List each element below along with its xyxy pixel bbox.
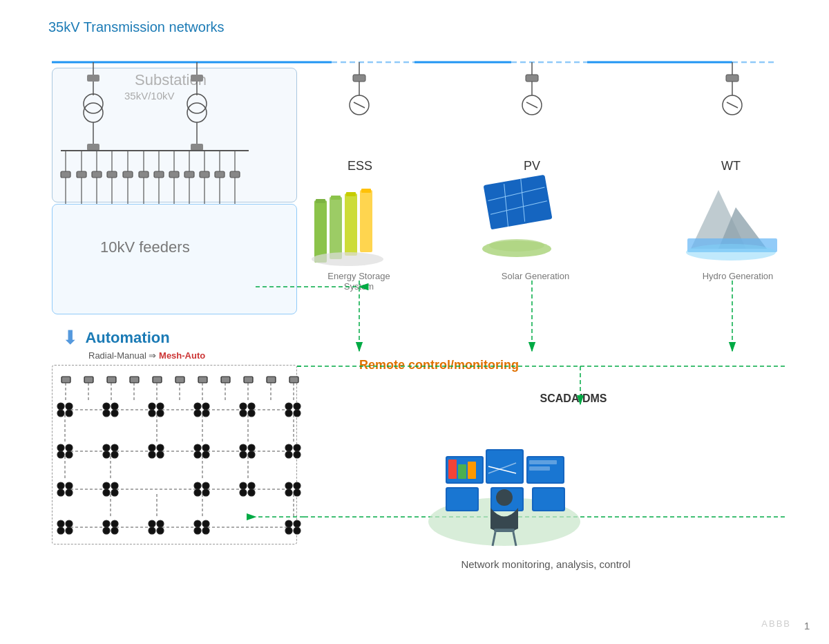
svg-line-97 bbox=[517, 179, 528, 222]
svg-point-70 bbox=[723, 95, 742, 115]
page-title: 35kV Transmission networks bbox=[48, 19, 225, 35]
substation-label: Substation bbox=[135, 71, 207, 89]
svg-line-128 bbox=[493, 532, 495, 546]
svg-line-66 bbox=[526, 102, 537, 108]
feeders-label: 10kV feeders bbox=[100, 238, 190, 256]
scada-label: SCADA/DMS bbox=[504, 392, 642, 405]
svg-rect-93 bbox=[361, 189, 371, 193]
svg-rect-111 bbox=[526, 456, 564, 484]
svg-line-129 bbox=[513, 532, 516, 546]
svg-marker-102 bbox=[691, 190, 746, 249]
svg-rect-114 bbox=[447, 489, 477, 510]
svg-rect-109 bbox=[486, 449, 524, 484]
svg-rect-113 bbox=[446, 487, 479, 511]
page: 35kV Transmission networks Substation 35… bbox=[0, 0, 829, 644]
svg-rect-58 bbox=[353, 75, 365, 82]
svg-line-98 bbox=[488, 187, 546, 201]
svg-marker-103 bbox=[718, 207, 767, 249]
svg-rect-63 bbox=[526, 75, 538, 82]
svg-rect-68 bbox=[726, 75, 739, 82]
wt-label: WT bbox=[710, 159, 752, 173]
svg-rect-127 bbox=[494, 529, 515, 532]
svg-rect-87 bbox=[316, 199, 325, 203]
svg-point-101 bbox=[489, 239, 544, 252]
svg-rect-91 bbox=[346, 192, 356, 196]
svg-rect-125 bbox=[529, 466, 550, 471]
svg-point-126 bbox=[496, 489, 513, 506]
automation-arrow-icon: ⬇ bbox=[62, 326, 78, 349]
automation-subtitle-text: Radial-Manual ⇒ bbox=[88, 350, 159, 361]
svg-rect-90 bbox=[345, 193, 357, 256]
svg-rect-107 bbox=[446, 456, 484, 484]
svg-point-94 bbox=[312, 252, 383, 266]
svg-rect-92 bbox=[360, 190, 372, 252]
svg-line-122 bbox=[488, 466, 516, 473]
page-number: 1 bbox=[804, 621, 810, 632]
wt-long-label: Hydro Generation bbox=[689, 271, 786, 281]
svg-rect-121 bbox=[468, 462, 476, 479]
substation-voltage: 35kV/10kV bbox=[124, 90, 175, 102]
svg-rect-116 bbox=[492, 489, 522, 510]
pv-long-label: Solar Generation bbox=[490, 271, 580, 281]
svg-rect-112 bbox=[528, 457, 563, 482]
svg-point-105 bbox=[686, 244, 776, 261]
svg-point-65 bbox=[522, 95, 542, 115]
svg-line-99 bbox=[490, 201, 548, 215]
automation-title: Automation bbox=[85, 329, 169, 347]
svg-rect-104 bbox=[687, 238, 777, 252]
svg-line-96 bbox=[501, 184, 512, 227]
mesh-auto-text: Mesh-Auto bbox=[159, 350, 205, 361]
svg-rect-115 bbox=[490, 487, 524, 511]
svg-rect-89 bbox=[331, 196, 341, 200]
svg-rect-110 bbox=[487, 451, 522, 482]
pv-label: PV bbox=[511, 159, 553, 173]
svg-line-123 bbox=[488, 463, 516, 473]
svg-point-106 bbox=[428, 498, 580, 546]
svg-line-71 bbox=[727, 102, 738, 108]
automation-section: ⬇ Automation Radial-Manual ⇒ Mesh-Auto bbox=[62, 326, 205, 361]
svg-rect-86 bbox=[314, 200, 327, 263]
watermark: ABBB bbox=[761, 618, 791, 629]
svg-point-100 bbox=[482, 240, 551, 257]
svg-rect-108 bbox=[447, 457, 482, 482]
svg-point-60 bbox=[350, 95, 369, 115]
network-monitoring-label: Network monitoring, analysis, control bbox=[442, 558, 649, 570]
svg-rect-118 bbox=[533, 489, 564, 510]
ess-long-label: Energy Storage System bbox=[312, 271, 406, 292]
svg-line-61 bbox=[354, 102, 365, 108]
mesh-grid-box bbox=[52, 365, 297, 544]
svg-rect-119 bbox=[448, 460, 457, 479]
svg-rect-124 bbox=[529, 460, 557, 464]
svg-rect-120 bbox=[458, 464, 466, 479]
automation-subtitle: Radial-Manual ⇒ Mesh-Auto bbox=[88, 350, 205, 361]
feeders-box bbox=[52, 204, 297, 314]
svg-rect-95 bbox=[484, 175, 553, 230]
remote-control-label: Remote control/monitoring bbox=[359, 358, 519, 372]
svg-rect-88 bbox=[330, 197, 342, 259]
ess-label: ESS bbox=[329, 159, 391, 173]
svg-rect-117 bbox=[532, 487, 565, 511]
